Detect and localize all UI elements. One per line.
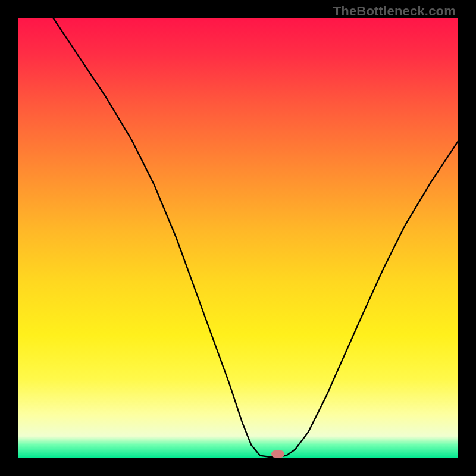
chart-container: TheBottleneck.com: [0, 0, 476, 476]
optimal-marker: [271, 450, 284, 458]
bottleneck-curve: [53, 18, 458, 457]
plot-area: [18, 18, 458, 458]
curve-svg: [18, 18, 458, 458]
watermark-text: TheBottleneck.com: [333, 4, 456, 19]
